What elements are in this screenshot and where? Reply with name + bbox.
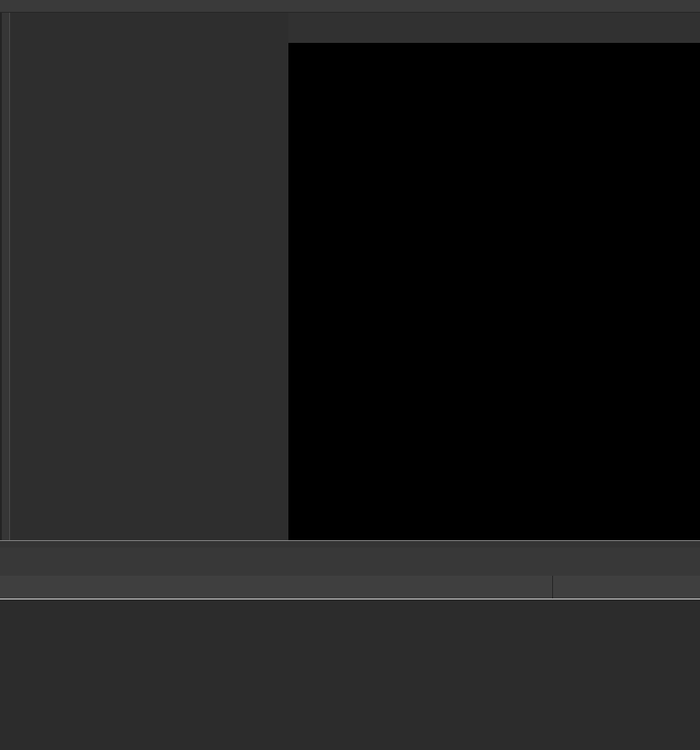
schedule-chart[interactable] [288, 43, 700, 540]
value-column-header[interactable] [553, 576, 700, 599]
properties-table [0, 576, 700, 750]
schedule-viewer-window [0, 0, 700, 750]
tree-column-header[interactable] [10, 13, 288, 39]
properties-table-header [0, 576, 700, 599]
property-column-header[interactable] [0, 576, 553, 599]
panel-splitter-handle[interactable] [0, 540, 700, 547]
window-top-strip [0, 0, 700, 13]
tree-viewport[interactable] [10, 39, 288, 540]
view-tab-bar [0, 547, 700, 576]
tree-scrollbar[interactable] [0, 13, 10, 540]
operation-tree-panel [10, 13, 288, 540]
schedule-chart-panel [288, 13, 700, 540]
schedule-chart-body[interactable] [288, 43, 700, 540]
control-step-header [288, 13, 700, 43]
